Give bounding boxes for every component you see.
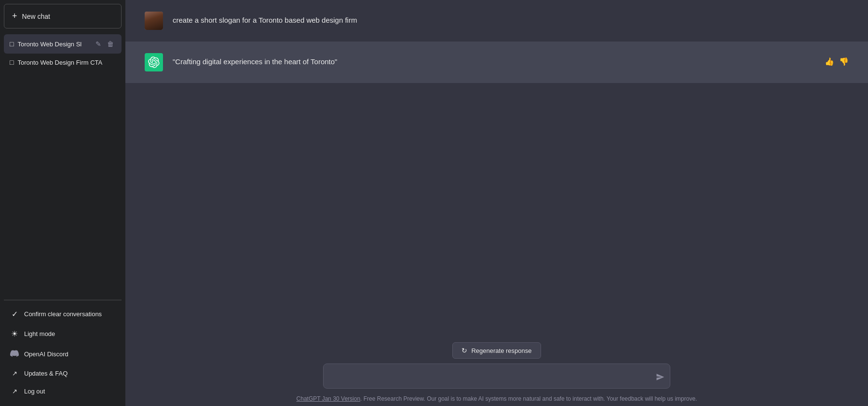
openai-discord-link[interactable]: OpenAI Discord [4, 344, 122, 364]
footer-link[interactable]: ChatGPT Jan 30 Version [297, 395, 361, 402]
sun-icon: ☀ [10, 329, 19, 338]
log-out-label: Log out [24, 388, 45, 395]
light-mode-label: Light mode [24, 330, 55, 337]
chat-area: create a short slogan for a Toronto base… [125, 0, 868, 336]
confirm-clear-label: Confirm clear conversations [24, 310, 102, 318]
user-avatar [145, 12, 163, 30]
message-actions: 👍 👎 [825, 57, 849, 66]
chat-item-toronto-web-cta[interactable]: □ Toronto Web Design Firm CTA [4, 54, 122, 71]
edit-icon[interactable]: ✎ [94, 39, 103, 49]
updates-faq-label: Updates & FAQ [24, 370, 68, 377]
footer-text: ChatGPT Jan 30 Version. Free Research Pr… [297, 395, 697, 402]
new-chat-button[interactable]: + New chat [4, 4, 122, 28]
light-mode-toggle[interactable]: ☀ Light mode [4, 324, 122, 344]
sidebar: + New chat □ Toronto Web Design Sl ✎ 🗑 □… [0, 0, 125, 406]
discord-icon [10, 349, 19, 359]
chat-item-actions: ✎ 🗑 [94, 39, 116, 49]
chat-list: □ Toronto Web Design Sl ✎ 🗑 □ Toronto We… [0, 32, 125, 298]
user-message-row: create a short slogan for a Toronto base… [125, 0, 868, 42]
logout-icon: ↗ [10, 388, 19, 395]
assistant-message-row: "Crafting digital experiences in the hea… [125, 42, 868, 83]
assistant-avatar [145, 53, 163, 71]
user-message-text: create a short slogan for a Toronto base… [173, 14, 849, 26]
chat-item-label: Toronto Web Design Sl [17, 41, 90, 48]
log-out-button[interactable]: ↗ Log out [4, 382, 122, 400]
footer-description: . Free Research Preview. Our goal is to … [360, 395, 697, 402]
regenerate-label: Regenerate response [471, 347, 531, 354]
main-content: create a short slogan for a Toronto base… [125, 0, 868, 406]
new-chat-label: New chat [22, 13, 50, 20]
thumbs-down-icon[interactable]: 👎 [839, 57, 849, 66]
openai-discord-label: OpenAI Discord [24, 350, 68, 358]
updates-faq-link[interactable]: ↗ Updates & FAQ [4, 364, 122, 382]
assistant-message-text: "Crafting digital experiences in the hea… [173, 56, 815, 68]
chat-item-toronto-web-sl[interactable]: □ Toronto Web Design Sl ✎ 🗑 [4, 34, 122, 54]
plus-icon: + [12, 11, 17, 21]
delete-icon[interactable]: 🗑 [105, 39, 116, 49]
send-icon [656, 373, 665, 381]
checkmark-icon: ✓ [10, 309, 19, 319]
bottom-bar: ↻ Regenerate response ChatGPT Jan 30 Ver… [125, 336, 868, 406]
chat-icon: □ [10, 40, 14, 48]
chat-input[interactable] [323, 364, 670, 389]
confirm-clear-conversations[interactable]: ✓ Confirm clear conversations [4, 304, 122, 324]
sidebar-bottom: ✓ Confirm clear conversations ☀ Light mo… [0, 302, 125, 406]
chat-icon: □ [10, 58, 14, 66]
sidebar-divider [4, 300, 122, 300]
external-link-icon: ↗ [10, 370, 19, 377]
input-row [323, 364, 670, 391]
regenerate-icon: ↻ [461, 347, 467, 354]
send-button[interactable] [656, 373, 665, 381]
regenerate-button[interactable]: ↻ Regenerate response [452, 342, 541, 359]
thumbs-up-icon[interactable]: 👍 [825, 57, 834, 66]
chat-item-label: Toronto Web Design Firm CTA [17, 59, 116, 66]
